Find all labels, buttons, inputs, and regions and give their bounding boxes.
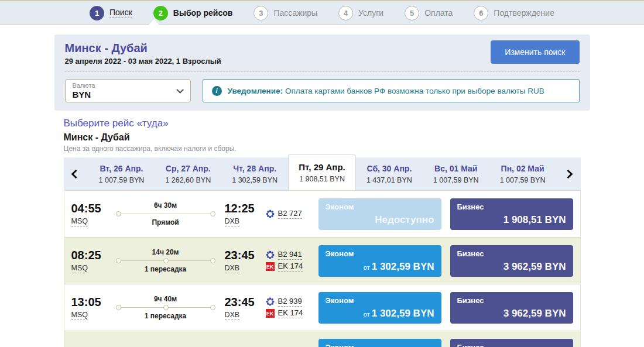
- belavia-logo-icon: [266, 250, 275, 259]
- departure-time: 08:25: [71, 249, 107, 262]
- flight-timeline: 9ч 40м 1 пересадка: [116, 295, 215, 320]
- step-label: Услуги: [358, 8, 383, 18]
- date-tab-apr28[interactable]: Чт, 28 Апр. 1 302,59 BYN: [221, 157, 288, 190]
- step-label: Пассажиры: [273, 8, 317, 18]
- date-tab-apr29-selected[interactable]: Пт, 29 Апр. 1 908,51 BYN: [288, 154, 356, 190]
- tab-date: Сб, 30 Апр.: [366, 164, 412, 173]
- chevron-left-icon: [71, 169, 81, 178]
- flight-timeline: 14ч 20м 1 пересадка: [116, 248, 215, 273]
- departure-airport-code[interactable]: MSQ: [71, 264, 88, 273]
- tab-date: Ср, 27 Апр.: [166, 164, 211, 173]
- flight-number-link[interactable]: B2 939: [278, 297, 302, 307]
- timeline-start-dot: [116, 305, 121, 310]
- fare-price: 1 908,51 BYN: [503, 214, 566, 226]
- tab-date: Вт, 26 Апр.: [100, 164, 143, 173]
- economy-fare-button[interactable]: Эконом от1 302,59 BYN: [318, 245, 441, 277]
- step-search[interactable]: 1 Поиск: [90, 6, 132, 20]
- economy-fare-button[interactable]: Эконом: [318, 339, 441, 347]
- arrival-block: 23:45 DXB: [225, 296, 260, 320]
- currency-value: BYN: [73, 90, 95, 99]
- info-icon: i: [212, 86, 222, 96]
- arrival-block: 12:25 DXB: [225, 202, 260, 226]
- select-flight-heading: Выберите рейс «туда» Минск - Дубай Цена …: [64, 118, 581, 153]
- flight-number-link[interactable]: EK 174: [278, 308, 303, 318]
- tab-date: Вс, 01 Май: [434, 164, 477, 173]
- fare-buttons: Эконом Недоступно Бизнес 1 908,51 BYN: [318, 198, 573, 230]
- flight-row: 04:55 MSQ 6ч 30м Прямой 12:25 DXB: [64, 190, 580, 237]
- date-tab-may01[interactable]: Вс, 01 Май 1 007,59 BYN: [423, 157, 489, 190]
- summary-divider: [65, 71, 580, 72]
- timeline-start-dot: [116, 258, 121, 263]
- tab-price: 1 007,59 BYN: [500, 176, 546, 184]
- timeline-start-dot: [116, 211, 121, 217]
- arrival-airport-code[interactable]: DXB: [225, 311, 240, 320]
- step-number-badge: 1: [90, 6, 104, 20]
- rub-payment-notice: i Уведомление:Оплата картами банков РФ в…: [203, 79, 580, 102]
- arrival-time: 12:25: [225, 202, 260, 215]
- prev-dates-button[interactable]: [64, 157, 88, 190]
- departure-airport-code[interactable]: MSQ: [71, 217, 88, 226]
- search-summary-texts: Минск - Дубай 29 апреля 2022 - 03 мая 20…: [65, 40, 221, 66]
- search-summary-card: Минск - Дубай 29 апреля 2022 - 03 мая 20…: [54, 35, 590, 111]
- arrival-airport-code[interactable]: DXB: [225, 217, 240, 226]
- booking-stepper: 1 Поиск 2 Выбор рейсов 3 Пассажиры 4 Усл…: [0, 0, 644, 25]
- fare-buttons: Эконом от1 302,59 BYN Бизнес 3 962,59 BY…: [318, 292, 573, 324]
- date-tab-apr27[interactable]: Ср, 27 Апр. 1 262,60 BYN: [155, 157, 221, 190]
- step-flight-selection: 2 Выбор рейсов: [153, 6, 233, 20]
- step-number-badge: 3: [254, 6, 268, 20]
- arrival-block: 23:45 DXB: [225, 249, 260, 273]
- belavia-logo-icon: [266, 209, 275, 218]
- economy-fare-button-unavailable: Эконом Недоступно: [318, 198, 441, 230]
- edit-search-button[interactable]: Изменить поиск: [491, 40, 579, 64]
- date-tab-apr30[interactable]: Сб, 30 Апр. 1 437,01 BYN: [356, 157, 423, 190]
- economy-fare-button[interactable]: Эконом от1 302,59 BYN: [318, 292, 441, 324]
- notice-text: Уведомление:Оплата картами банков РФ воз…: [228, 87, 544, 95]
- timeline-stop-dot: [163, 258, 169, 263]
- tab-date: Пт, 29 Апр.: [299, 162, 345, 172]
- belavia-logo-icon: [266, 297, 275, 306]
- fare-price: 3 962,59 BYN: [503, 261, 566, 273]
- timeline-end-dot: [210, 258, 215, 263]
- fare-price: Недоступно: [375, 214, 434, 226]
- flight-number-link[interactable]: B2 941: [278, 250, 302, 260]
- flight-numbers: B2 941 EK EK 174: [266, 250, 317, 272]
- business-fare-button[interactable]: Бизнес 1 908,51 BYN: [450, 198, 573, 230]
- fare-class-label: Бизнес: [457, 249, 566, 258]
- step-label: Оплата: [424, 8, 453, 18]
- fare-class-label: Эконом: [326, 202, 434, 211]
- arrival-airport-code[interactable]: DXB: [225, 264, 240, 273]
- departure-time: 04:55: [71, 202, 107, 215]
- step-number-badge: 4: [338, 6, 353, 20]
- flight-duration: 6ч 30м: [116, 201, 215, 209]
- step-number-badge: 6: [474, 6, 488, 20]
- route-title: Минск - Дубай: [65, 42, 221, 55]
- currency-select[interactable]: Валюта BYN: [65, 79, 191, 102]
- business-fare-button[interactable]: Бизнес 3 962,59 BYN: [450, 292, 573, 324]
- step-number-badge: 5: [405, 6, 419, 20]
- flight-numbers: B2 939 EK EK 174: [266, 297, 317, 318]
- fare-class-label: Эконом: [326, 249, 434, 258]
- emirates-logo-icon: EK: [266, 262, 275, 271]
- active-step-pointer: [149, 19, 159, 25]
- flight-duration: 9ч 40м: [116, 295, 215, 303]
- fare-class-label: Бизнес: [457, 202, 566, 211]
- select-direction-title: Выберите рейс «туда»: [64, 118, 581, 129]
- notice-title: Уведомление:: [228, 87, 283, 95]
- date-tab-apr26[interactable]: Вт, 26 Апр. 1 007,59 BYN: [88, 157, 155, 190]
- flight-row-partial: Эконом Бизнес: [64, 331, 580, 347]
- fare-class-label: Эконом: [326, 296, 434, 305]
- step-label[interactable]: Поиск: [109, 8, 132, 18]
- flight-number-link[interactable]: EK 174: [278, 262, 303, 272]
- emirates-logo-icon: EK: [266, 309, 275, 318]
- tab-price: 1 007,59 BYN: [433, 176, 479, 184]
- price-note: Цена за одного пассажира, включая налоги…: [64, 145, 581, 153]
- flight-number-link[interactable]: B2 727: [278, 209, 302, 219]
- fare-price: от1 302,59 BYN: [364, 308, 434, 319]
- business-fare-button[interactable]: Бизнес: [450, 339, 573, 347]
- date-tab-may02[interactable]: Пн, 02 Май 1 007,59 BYN: [489, 157, 556, 190]
- currency-label: Валюта: [73, 82, 95, 90]
- fare-class-label: Бизнес: [457, 343, 566, 347]
- business-fare-button[interactable]: Бизнес 3 962,59 BYN: [450, 245, 573, 277]
- departure-airport-code[interactable]: MSQ: [71, 311, 88, 320]
- next-dates-button[interactable]: [556, 157, 581, 190]
